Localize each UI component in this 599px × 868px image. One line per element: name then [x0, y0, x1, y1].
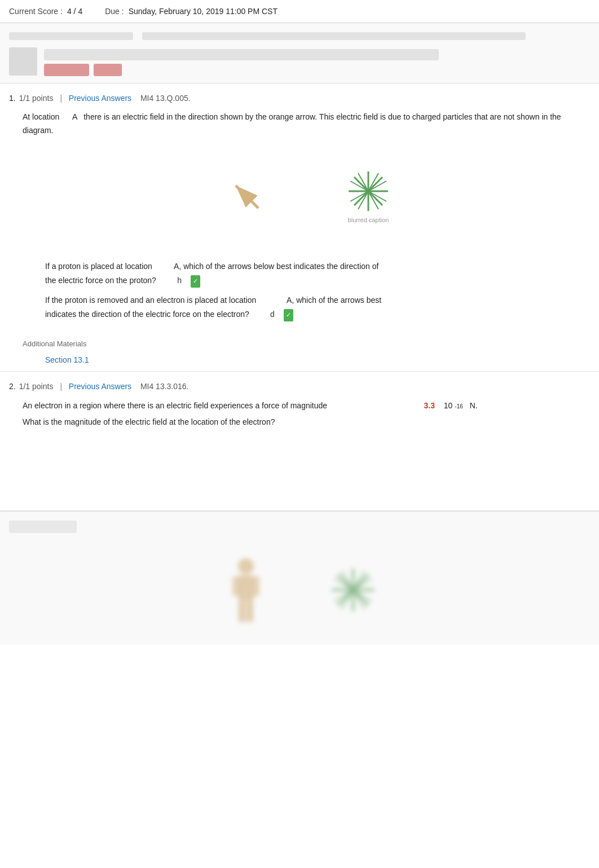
- starburst-svg: blurred caption: [329, 155, 408, 233]
- bottom-starburst-svg: [319, 556, 387, 624]
- sub-question-1: If a proton is placed at location A, whi…: [45, 259, 567, 288]
- bottom-blurred-btn: [9, 521, 77, 533]
- question-1-diagram-area: blurred caption: [23, 149, 590, 239]
- question-1-text: At location A there is an electric field…: [23, 111, 590, 138]
- q1-text-part1: At location: [23, 112, 59, 121]
- sq1-answer-check: ✓: [191, 275, 200, 288]
- bottom-person-svg-left: [223, 556, 268, 624]
- score-label: Current Score :: [9, 7, 63, 16]
- arrow-diagram: [205, 149, 295, 239]
- q2-input-spacer: [45, 450, 567, 495]
- sq1-answer-value: h: [174, 274, 185, 288]
- question-2-section: 2. 1/1 points | Previous Answers MI4 13.…: [0, 372, 599, 511]
- question-2-number: 2.: [9, 382, 16, 391]
- sq2-text-part1: If the proton is removed and an electron…: [45, 296, 256, 305]
- additional-materials-label: Additional Materials: [23, 340, 86, 348]
- bottom-figure-left: [209, 553, 283, 627]
- bottom-blurred-section: [0, 511, 599, 645]
- q2-force-value: 3.3: [424, 399, 434, 413]
- blurred-button-1: [44, 64, 89, 76]
- sq2-answer-value: d: [267, 307, 278, 321]
- question-1-sub-questions: If a proton is placed at location A, whi…: [23, 250, 590, 331]
- sq2-answer-check: ✓: [284, 309, 293, 321]
- bottom-diagram-area: [9, 542, 590, 638]
- question-1-code: MI4 13.Q.005.: [140, 94, 191, 103]
- blurred-icon: [9, 47, 37, 76]
- question-2-points: 1/1 points: [19, 382, 54, 391]
- sq1-text-part2: A, which of the arrows below best indica…: [174, 262, 378, 271]
- bottom-figure-right: [316, 553, 390, 627]
- sq2-text-part2: A, which of the arrows best: [287, 296, 381, 305]
- q2-text-part2: What is the magnitude of the electric fi…: [23, 415, 275, 429]
- svg-rect-22: [232, 576, 239, 596]
- svg-line-1: [236, 186, 258, 208]
- q2-force-unit: N.: [470, 399, 478, 413]
- sq1-text-part3: the electric force on the proton?: [45, 276, 156, 285]
- question-1-header: 1. 1/1 points | Previous Answers MI4 13.…: [9, 94, 590, 103]
- sq2-text-part3: indicates the direction of the electric …: [45, 310, 249, 319]
- starburst-diagram: blurred caption: [329, 155, 408, 233]
- question-1-points: 1/1 points: [19, 94, 54, 103]
- bottom-blurred-controls: [9, 518, 590, 535]
- due-value: Sunday, February 10, 2019 11:00 PM CST: [129, 7, 278, 16]
- question-1-body: At location A there is an electric field…: [9, 111, 590, 367]
- score-value: 4 / 4: [67, 7, 82, 16]
- q2-force-exponent: -16: [455, 402, 463, 412]
- svg-point-20: [238, 558, 254, 574]
- q2-text-part1: An electron in a region where there is a…: [23, 399, 327, 413]
- sq1-text-part1: If a proton is placed at location: [45, 262, 152, 271]
- blurred-title-row: [9, 30, 590, 42]
- question-2-prev-answers-link[interactable]: Previous Answers: [69, 382, 131, 391]
- svg-text:blurred caption: blurred caption: [348, 217, 389, 223]
- svg-rect-23: [253, 576, 259, 596]
- question-2-body: An electron in a region where there is a…: [9, 399, 590, 506]
- question-1-section: 1. 1/1 points | Previous Answers MI4 13.…: [0, 83, 599, 372]
- q2-force-exponent-base: 10: [444, 399, 453, 413]
- question-2-answer-area: [23, 438, 590, 506]
- blurred-title-line1: [9, 32, 133, 40]
- sub-question-2: If the proton is removed and an electron…: [45, 293, 567, 321]
- question-2-separator: |: [60, 382, 62, 391]
- svg-point-42: [350, 587, 356, 593]
- q1-location-marker: A: [72, 112, 77, 121]
- svg-point-18: [366, 189, 371, 193]
- orange-arrow-svg: [205, 149, 295, 239]
- question-1-prev-answers-link[interactable]: Previous Answers: [69, 94, 131, 103]
- svg-rect-24: [239, 601, 245, 622]
- q1-text-part2: there is an electric field in the direct…: [23, 112, 561, 135]
- question-1-separator: |: [60, 94, 62, 103]
- svg-rect-25: [246, 601, 253, 622]
- question-1-number: 1.: [9, 94, 16, 103]
- question-2-code: MI4 13.3.016.: [140, 382, 189, 391]
- blurred-question-title: [44, 49, 439, 60]
- header-bar: Current Score : 4 / 4 Due : Sunday, Febr…: [0, 0, 599, 23]
- blurred-header-section: [0, 23, 599, 83]
- question-2-text: An electron in a region where there is a…: [23, 399, 590, 429]
- svg-rect-21: [238, 575, 254, 601]
- blurred-button-2: [94, 64, 122, 76]
- blurred-title-line2: [142, 32, 526, 40]
- question-2-header: 2. 1/1 points | Previous Answers MI4 13.…: [9, 382, 590, 391]
- section-link[interactable]: Section 13.1: [45, 354, 590, 366]
- due-label: Due :: [105, 7, 124, 16]
- additional-materials: Additional Materials Section 13.1: [23, 338, 590, 366]
